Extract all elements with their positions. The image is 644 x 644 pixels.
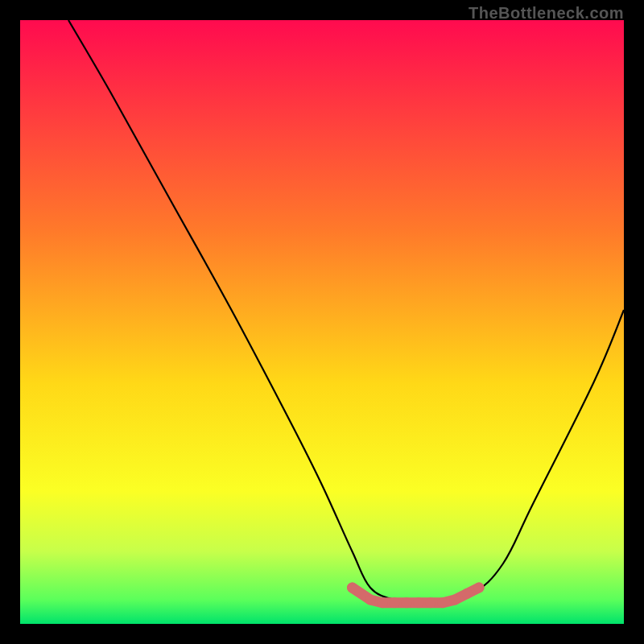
heatmap-background — [20, 20, 624, 624]
plot-area — [20, 20, 624, 624]
watermark-text: TheBottleneck.com — [469, 4, 624, 23]
svg-rect-0 — [20, 20, 624, 624]
